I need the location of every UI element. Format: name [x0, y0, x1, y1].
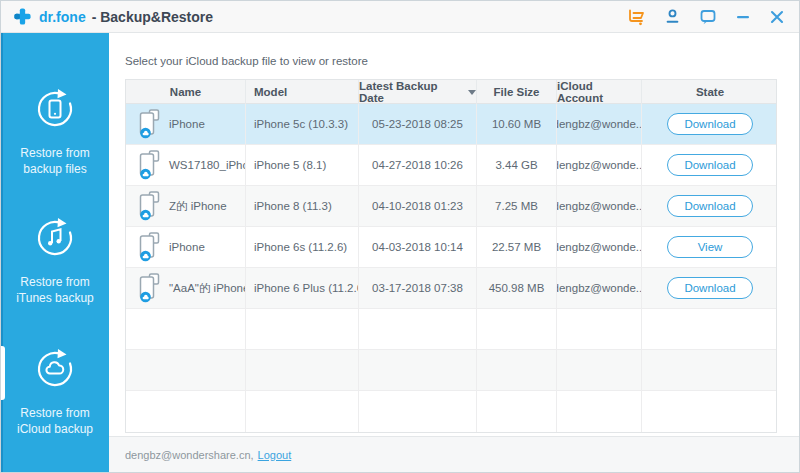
empty-table-row	[126, 309, 776, 350]
backup-size: 10.60 MB	[492, 118, 541, 130]
table-row[interactable]: Z的 iPhone iPhone 8 (11.3) 04-10-2018 01:…	[126, 186, 776, 227]
backup-model: iPhone 6 Plus (11.2.6)	[254, 282, 359, 294]
sort-desc-icon	[468, 90, 476, 95]
device-cloud-backup-icon	[138, 191, 160, 221]
sidebar-item-label: Restore from iCloud backup	[17, 405, 93, 437]
account-icon[interactable]	[664, 8, 681, 25]
backup-account: dengbz@wonde...	[557, 200, 642, 212]
sidebar: Restore from backup files Restore from	[1, 33, 109, 472]
backup-name: iPhone	[169, 241, 205, 253]
titlebar-actions	[627, 8, 785, 26]
table-row[interactable]: iPhone iPhone 5c (10.3.3) 05-23-2018 08:…	[126, 104, 776, 145]
backup-model: iPhone 8 (11.3)	[254, 200, 332, 212]
active-item-indicator	[1, 346, 5, 400]
backup-model: iPhone 5c (10.3.3)	[254, 118, 348, 130]
backup-account: dengbz@wonde...	[557, 241, 642, 253]
empty-table-row	[126, 350, 776, 391]
logged-in-account: dengbz@wondershare.cn,	[125, 449, 254, 461]
app-window: dr.fone - Backup&Restore	[0, 0, 800, 473]
column-header-date[interactable]: Latest Backup Date	[359, 80, 477, 104]
sidebar-item-label: Restore from iTunes backup	[16, 274, 94, 306]
column-header-state[interactable]: State	[642, 80, 778, 104]
backup-table: Name Model Latest Backup Date File Size …	[125, 79, 777, 433]
app-title: - Backup&Restore	[92, 9, 213, 25]
action-button[interactable]: Download	[667, 195, 753, 217]
backup-name: WS17180_iPhone5	[169, 159, 246, 171]
empty-table-row	[126, 391, 776, 432]
footer-bar: dengbz@wondershare.cn, Logout	[109, 436, 799, 472]
sidebar-item-label: Restore from backup files	[20, 145, 89, 177]
backup-size: 22.57 MB	[492, 241, 541, 253]
action-button[interactable]: Download	[667, 113, 753, 135]
device-cloud-backup-icon	[138, 109, 160, 139]
backup-date: 05-23-2018 08:25	[372, 118, 463, 130]
main-content: Select your iCloud backup file to view o…	[109, 33, 799, 472]
backup-date: 03-17-2018 07:38	[372, 282, 463, 294]
table-row[interactable]: "AaA"的 iPhone iPhone 6 Plus (11.2.6) 03-…	[126, 268, 776, 309]
backup-size: 450.98 MB	[489, 282, 545, 294]
logout-link[interactable]: Logout	[258, 449, 292, 461]
backup-account: dengbz@wonde...	[557, 282, 642, 294]
table-header: Name Model Latest Backup Date File Size …	[126, 80, 776, 104]
backup-date: 04-27-2018 10:26	[372, 159, 463, 171]
device-cloud-backup-icon	[138, 232, 160, 262]
feedback-chat-icon[interactable]	[699, 8, 717, 26]
column-header-model[interactable]: Model	[246, 80, 359, 104]
title-bar: dr.fone - Backup&Restore	[1, 1, 799, 33]
sidebar-item-restore-icloud-backup[interactable]: Restore from iCloud backup	[1, 347, 109, 437]
action-button[interactable]: View	[667, 236, 753, 258]
sidebar-item-restore-backup-files[interactable]: Restore from backup files	[1, 87, 109, 177]
backup-name: "AaA"的 iPhone	[169, 281, 246, 296]
instruction-text: Select your iCloud backup file to view o…	[125, 55, 368, 67]
table-row[interactable]: iPhone iPhone 6s (11.2.6) 04-03-2018 10:…	[126, 227, 776, 268]
app-brand: dr.fone	[39, 9, 86, 25]
device-cloud-backup-icon	[138, 150, 160, 180]
backup-account: dengbz@wonde...	[557, 118, 642, 130]
backup-size: 7.25 MB	[495, 200, 538, 212]
action-button[interactable]: Download	[667, 277, 753, 299]
device-restore-icon	[33, 87, 77, 135]
backup-date: 04-10-2018 01:23	[372, 200, 463, 212]
backup-name: iPhone	[169, 118, 205, 130]
store-cart-icon[interactable]	[627, 8, 646, 26]
device-cloud-backup-icon	[138, 273, 160, 303]
backup-model: iPhone 5 (8.1)	[254, 159, 326, 171]
column-header-size[interactable]: File Size	[477, 80, 557, 104]
backup-size: 3.44 GB	[495, 159, 537, 171]
table-row[interactable]: WS17180_iPhone5 iPhone 5 (8.1) 04-27-201…	[126, 145, 776, 186]
table-body: iPhone iPhone 5c (10.3.3) 05-23-2018 08:…	[126, 104, 776, 432]
close-icon[interactable]	[769, 9, 785, 25]
action-button[interactable]: Download	[667, 154, 753, 176]
minimize-icon[interactable]	[735, 9, 751, 25]
backup-date: 04-03-2018 10:14	[372, 241, 463, 253]
backup-model: iPhone 6s (11.2.6)	[254, 241, 347, 253]
column-header-account[interactable]: iCloud Account	[557, 80, 642, 104]
backup-name: Z的 iPhone	[169, 199, 227, 214]
backup-account: dengbz@wonde...	[557, 159, 642, 171]
column-header-name[interactable]: Name	[126, 80, 246, 104]
sidebar-item-restore-itunes-backup[interactable]: Restore from iTunes backup	[1, 216, 109, 306]
itunes-restore-icon	[33, 216, 77, 264]
icloud-restore-icon	[33, 347, 77, 395]
drfone-plus-logo-icon	[13, 7, 32, 26]
